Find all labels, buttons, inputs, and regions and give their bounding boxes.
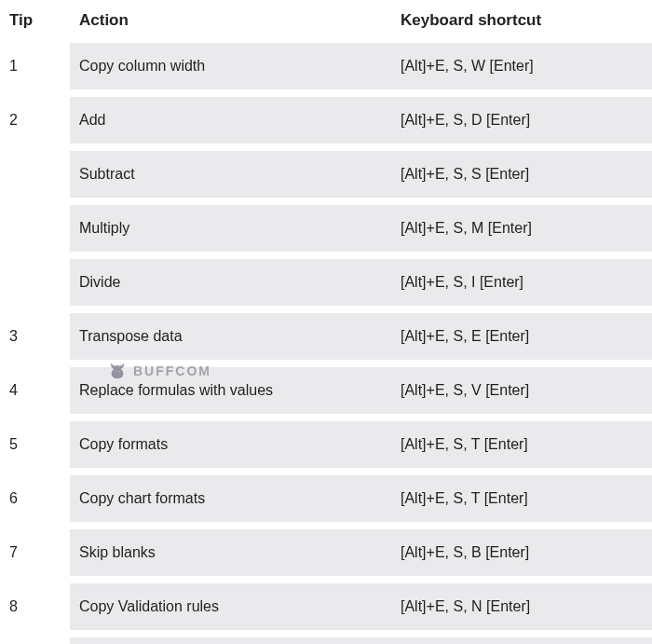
cell-tip: 5: [0, 421, 70, 468]
cell-shortcut: [Alt]+E, S, T [Enter]: [391, 421, 652, 468]
cell-tip: 3: [0, 313, 70, 360]
cell-tip: 2: [0, 97, 70, 144]
cell-action: Subtract: [70, 151, 391, 198]
cell-tip: [0, 259, 70, 306]
table-row: Subtract [Alt]+E, S, S [Enter]: [0, 151, 652, 198]
cell-tip: [0, 151, 70, 198]
table-row: 8 Copy Validation rules [Alt]+E, S, N [E…: [0, 583, 652, 630]
cell-action: Copy column width: [70, 43, 391, 89]
table-row: 6 Copy chart formats [Alt]+E, S, T [Ente…: [0, 475, 652, 522]
cell-action: Copy chart formats: [70, 475, 391, 522]
cell-tip: [0, 205, 70, 252]
cell-shortcut: [Alt]+E, S, M [Enter]: [391, 205, 652, 252]
cell-action: Skip blanks: [70, 529, 391, 576]
table-row: Multiply [Alt]+E, S, M [Enter]: [0, 205, 652, 252]
header-shortcut: Keyboard shortcut: [391, 0, 652, 43]
cell-action: Transpose data: [70, 313, 391, 360]
cell-action: Multiply: [70, 205, 391, 252]
table-row: 5 Copy formats [Alt]+E, S, T [Enter]: [0, 421, 652, 468]
table-row: 3 Transpose data [Alt]+E, S, E [Enter]: [0, 313, 652, 360]
cell-tip: 7: [0, 529, 70, 576]
cell-action: Replace formulas with values: [70, 367, 391, 414]
cell-shortcut: [Alt]+E, S, V [Enter]: [391, 367, 652, 414]
cell-shortcut: [Alt]+E, S, I [Enter]: [391, 259, 652, 306]
cell-shortcut: [Alt]+E, S, D [Enter]: [391, 97, 652, 144]
table-row: 2 Add [Alt]+E, S, D [Enter]: [0, 97, 652, 144]
table-row: Divide [Alt]+E, S, I [Enter]: [0, 259, 652, 306]
table-row: 7 Skip blanks [Alt]+E, S, B [Enter]: [0, 529, 652, 576]
header-action: Action: [70, 0, 391, 43]
cell-shortcut: [Alt]+E, S, S [Enter]: [391, 151, 652, 198]
cell-shortcut: [Alt]+E, S, T [Enter]: [391, 475, 652, 522]
cell-shortcut: [Alt]+E, S, B [Enter]: [391, 529, 652, 576]
header-tip: Tip: [0, 0, 70, 43]
cell-action: Divide: [70, 259, 391, 306]
cell-action: Clean up Web text: [70, 637, 391, 644]
cell-shortcut: [Alt]+E, S, W [Enter]: [391, 43, 652, 89]
table-row: 1 Copy column width [Alt]+E, S, W [Enter…: [0, 43, 652, 89]
cell-action: Copy Validation rules: [70, 583, 391, 630]
cell-tip: 4: [0, 367, 70, 414]
cell-shortcut: [Alt]+H, V, M: [391, 637, 652, 644]
cell-tip: 6: [0, 475, 70, 522]
cell-shortcut: [Alt]+E, S, N [Enter]: [391, 583, 652, 630]
table-header-row: Tip Action Keyboard shortcut: [0, 0, 652, 43]
table-row: 4 Replace formulas with values [Alt]+E, …: [0, 367, 652, 414]
cell-action: Add: [70, 97, 391, 144]
table-row: 9 Clean up Web text [Alt]+H, V, M: [0, 637, 652, 644]
cell-shortcut: [Alt]+E, S, E [Enter]: [391, 313, 652, 360]
shortcut-table: Tip Action Keyboard shortcut 1 Copy colu…: [0, 0, 652, 644]
cell-tip: 8: [0, 583, 70, 630]
cell-tip: 1: [0, 43, 70, 89]
cell-action: Copy formats: [70, 421, 391, 468]
cell-tip: 9: [0, 637, 70, 644]
